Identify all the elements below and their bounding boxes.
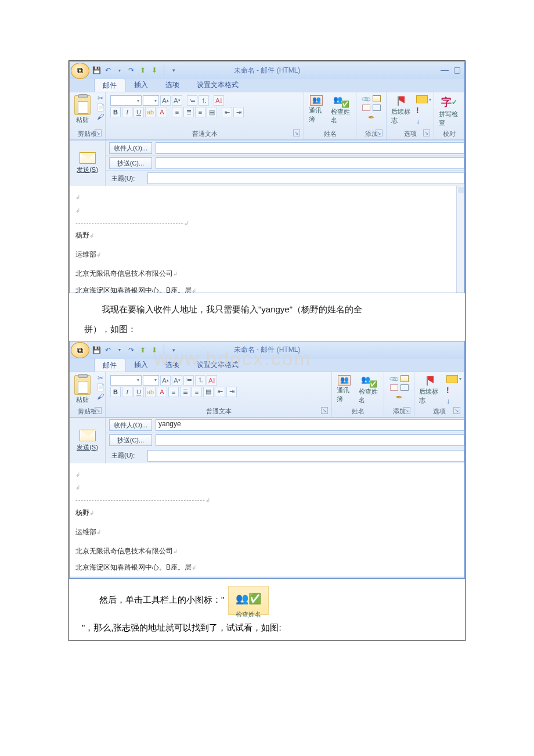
underline-button[interactable]: U: [134, 107, 144, 117]
align-center-icon[interactable]: ≣: [180, 387, 190, 397]
align-left-icon[interactable]: ≡: [168, 387, 179, 397]
business-card-icon[interactable]: [362, 105, 370, 111]
send-button[interactable]: 发送(S): [77, 443, 98, 452]
tab-mail[interactable]: 邮件: [94, 78, 125, 92]
redo-icon[interactable]: ↷: [127, 345, 136, 355]
tab-format-text[interactable]: 设置文本格式: [188, 358, 247, 372]
decrease-indent-icon[interactable]: ⇤: [222, 107, 232, 117]
office-button[interactable]: ⧉: [71, 63, 89, 79]
attach-file-icon[interactable]: 📎: [388, 373, 399, 384]
italic-button[interactable]: I: [122, 387, 132, 397]
check-names-button[interactable]: 检查姓名: [356, 374, 381, 406]
highlight-icon[interactable]: ab: [145, 387, 156, 397]
italic-button[interactable]: I: [122, 107, 132, 117]
align-left-icon[interactable]: ≡: [172, 107, 182, 117]
font-size-combo[interactable]: ▾: [143, 95, 159, 106]
tab-options[interactable]: 选项: [157, 358, 188, 372]
justify-icon[interactable]: ▤: [203, 387, 214, 397]
tab-mail[interactable]: 邮件: [94, 358, 125, 372]
signature-icon[interactable]: ✒: [368, 113, 375, 122]
numbering-icon[interactable]: ⒈: [195, 375, 205, 386]
send-button[interactable]: 发送(S): [77, 165, 98, 174]
cc-input[interactable]: [156, 157, 464, 169]
tab-insert[interactable]: 插入: [125, 358, 157, 372]
bold-button[interactable]: B: [110, 387, 121, 397]
font-name-combo[interactable]: ▾: [110, 375, 142, 386]
paste-button[interactable]: 粘贴: [72, 374, 93, 405]
grow-font-icon[interactable]: A▴: [160, 95, 171, 106]
low-importance-icon[interactable]: ↓: [446, 397, 461, 405]
attach-file-icon[interactable]: 📎: [360, 93, 371, 105]
next-icon[interactable]: ⬆: [138, 66, 147, 75]
undo-dropdown-icon[interactable]: ▾: [115, 66, 124, 75]
spell-check-button[interactable]: 字✓ 拼写检查: [436, 94, 461, 128]
redo-icon[interactable]: ↷: [127, 66, 136, 75]
highlight-icon[interactable]: ab: [145, 107, 156, 117]
undo-icon[interactable]: ↶: [103, 345, 113, 355]
next-icon[interactable]: ⬆: [138, 345, 147, 355]
bullets-icon[interactable]: ≔: [183, 375, 194, 386]
cc-input[interactable]: [156, 434, 464, 446]
subject-input[interactable]: [147, 450, 464, 462]
underline-button[interactable]: U: [134, 387, 144, 397]
low-importance-icon[interactable]: ↓: [416, 117, 431, 125]
copy-icon[interactable]: 📄: [96, 383, 105, 391]
permission-icon[interactable]: [416, 95, 428, 103]
follow-up-button[interactable]: 后续标志: [417, 374, 443, 406]
dialog-launcher-icon[interactable]: ↘: [293, 129, 300, 136]
dialog-launcher-icon[interactable]: ↘: [376, 129, 383, 136]
save-icon[interactable]: 💾: [92, 345, 101, 355]
message-body[interactable]: ↲↲ -------------------------------------…: [70, 463, 464, 577]
increase-indent-icon[interactable]: ⇥: [226, 387, 237, 397]
bullets-icon[interactable]: ≔: [187, 95, 197, 106]
numbering-icon[interactable]: ⒈: [199, 95, 209, 106]
cc-button[interactable]: 抄送(C)...: [109, 157, 152, 169]
tab-insert[interactable]: 插入: [125, 78, 157, 92]
attach-item-icon[interactable]: [373, 95, 381, 102]
high-importance-icon[interactable]: !: [416, 106, 431, 115]
to-button[interactable]: 收件人(O)...: [109, 142, 152, 154]
subject-input[interactable]: [147, 172, 464, 184]
permission-icon[interactable]: [446, 375, 458, 383]
minimize-button[interactable]: —: [441, 65, 449, 74]
dialog-launcher-icon[interactable]: ↘: [95, 407, 102, 414]
save-icon[interactable]: 💾: [92, 66, 101, 75]
bold-button[interactable]: B: [110, 107, 121, 117]
increase-indent-icon[interactable]: ⇥: [233, 107, 244, 117]
signature-icon[interactable]: ✒: [396, 393, 403, 402]
undo-icon[interactable]: ↶: [103, 66, 113, 75]
font-color-icon[interactable]: A: [157, 107, 167, 117]
paste-button[interactable]: 粘贴: [72, 94, 93, 125]
dialog-launcher-icon[interactable]: ↘: [453, 407, 460, 414]
check-names-button[interactable]: 检查姓名: [329, 94, 353, 126]
grow-font-icon[interactable]: A▴: [160, 375, 171, 386]
format-painter-icon[interactable]: 🖌: [96, 393, 105, 401]
high-importance-icon[interactable]: !: [446, 386, 461, 395]
undo-dropdown-icon[interactable]: ▾: [115, 345, 124, 355]
clear-format-icon[interactable]: Aͯ: [207, 375, 217, 386]
format-painter-icon[interactable]: 🖌: [96, 113, 105, 121]
font-size-combo[interactable]: ▾: [143, 375, 159, 386]
maximize-button[interactable]: ▢: [453, 65, 461, 74]
address-book-button[interactable]: 通讯簿: [306, 94, 327, 125]
dialog-launcher-icon[interactable]: ↘: [321, 407, 328, 414]
qat-customize-icon[interactable]: ▾: [169, 66, 178, 75]
address-book-button[interactable]: 通讯簿: [334, 374, 355, 405]
tab-options[interactable]: 选项: [157, 78, 188, 92]
business-card-icon[interactable]: [390, 384, 398, 391]
dialog-launcher-icon[interactable]: ↘: [423, 129, 430, 136]
font-color-icon[interactable]: A: [157, 387, 167, 397]
scrollbar[interactable]: [456, 186, 464, 293]
shrink-font-icon[interactable]: A▾: [172, 375, 182, 386]
dialog-launcher-icon[interactable]: ↘: [403, 407, 410, 414]
cc-button[interactable]: 抄送(C)...: [109, 434, 152, 446]
cut-icon[interactable]: ✂: [96, 94, 105, 102]
to-input[interactable]: yangye: [156, 419, 464, 431]
cut-icon[interactable]: ✂: [96, 374, 105, 382]
copy-icon[interactable]: 📄: [96, 103, 105, 111]
align-right-icon[interactable]: ≡: [195, 107, 205, 117]
align-right-icon[interactable]: ≡: [192, 387, 202, 397]
office-button[interactable]: ⧉: [71, 342, 89, 358]
shrink-font-icon[interactable]: A▾: [172, 95, 182, 106]
prev-icon[interactable]: ⬇: [150, 66, 159, 75]
